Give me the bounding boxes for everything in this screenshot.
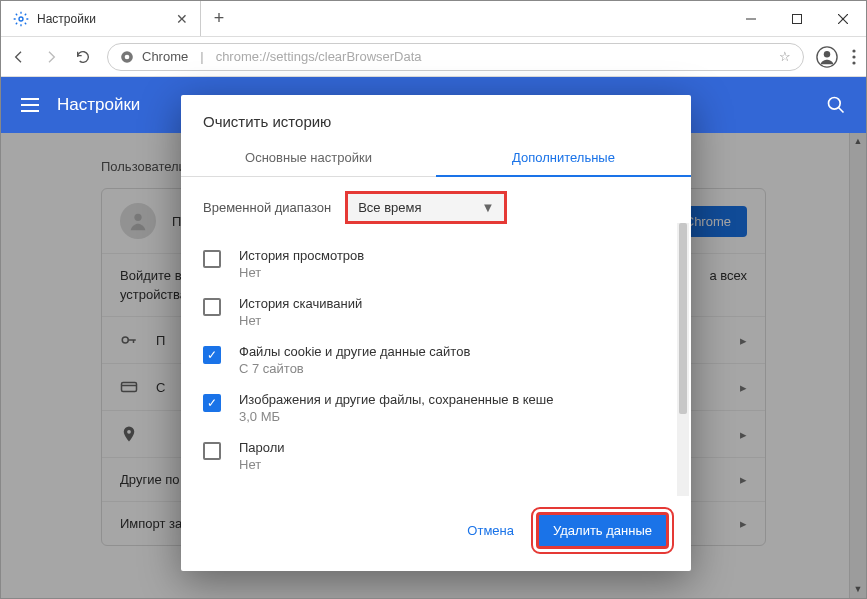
checkbox[interactable]: ✓ [203, 346, 221, 364]
menu-dots-icon[interactable] [852, 49, 856, 65]
checkbox[interactable] [203, 442, 221, 460]
browser-tab[interactable]: Настройки ✕ [1, 1, 201, 36]
close-tab-icon[interactable]: ✕ [176, 11, 188, 27]
dialog-actions: Отмена Удалить данные [181, 496, 691, 571]
url-input[interactable]: Chrome | chrome://settings/clearBrowserD… [107, 43, 804, 71]
svg-point-9 [852, 49, 855, 52]
address-bar: Chrome | chrome://settings/clearBrowserD… [1, 37, 866, 77]
profile-avatar-icon[interactable] [816, 46, 838, 68]
item-download-history[interactable]: История скачиванийНет [203, 288, 669, 336]
time-range-select[interactable]: Все время ▼ [345, 191, 507, 224]
item-browsing-history[interactable]: История просмотровНет [203, 240, 669, 288]
item-cached-images[interactable]: ✓ Изображения и другие файлы, сохраненны… [203, 384, 669, 432]
window-controls [728, 1, 866, 36]
cancel-button[interactable]: Отмена [449, 512, 532, 549]
scroll-thumb[interactable] [679, 223, 687, 414]
dropdown-arrow-icon: ▼ [482, 200, 495, 215]
chrome-logo-icon [120, 50, 134, 64]
minimize-button[interactable] [728, 1, 774, 36]
tab-basic[interactable]: Основные настройки [181, 138, 436, 177]
page-title: Настройки [57, 95, 140, 115]
time-range-value: Все время [358, 200, 421, 215]
hamburger-menu-icon[interactable] [21, 98, 39, 112]
reload-button[interactable] [75, 49, 95, 65]
new-tab-button[interactable]: + [201, 1, 237, 36]
item-cookies[interactable]: ✓ Файлы cookie и другие данные сайтовС 7… [203, 336, 669, 384]
tab-title: Настройки [37, 12, 96, 26]
checkbox[interactable] [203, 250, 221, 268]
checkbox[interactable]: ✓ [203, 394, 221, 412]
item-passwords[interactable]: ПаролиНет [203, 432, 669, 480]
clear-data-button[interactable]: Удалить данные [536, 512, 669, 549]
dialog-scrollbar[interactable] [677, 223, 689, 496]
item-autofill[interactable]: Данные для автозаполнения [203, 480, 669, 490]
svg-point-11 [852, 61, 855, 64]
dialog-tabs: Основные настройки Дополнительные [181, 138, 691, 177]
forward-button[interactable] [43, 49, 63, 65]
svg-point-6 [125, 54, 130, 59]
maximize-button[interactable] [774, 1, 820, 36]
search-icon[interactable] [826, 95, 846, 115]
checkbox[interactable] [203, 298, 221, 316]
svg-point-12 [829, 98, 841, 110]
svg-point-0 [19, 17, 23, 21]
svg-point-10 [852, 55, 855, 58]
url-host: Chrome [142, 49, 188, 64]
svg-line-13 [839, 108, 844, 113]
settings-gear-icon [13, 11, 29, 27]
svg-rect-2 [793, 14, 802, 23]
dialog-title: Очистить историю [181, 95, 691, 138]
clear-browsing-data-dialog: Очистить историю Основные настройки Допо… [181, 95, 691, 571]
tab-advanced[interactable]: Дополнительные [436, 138, 691, 177]
svg-point-8 [824, 51, 830, 57]
window-titlebar: Настройки ✕ + [1, 1, 866, 37]
url-path: chrome://settings/clearBrowserData [216, 49, 422, 64]
clear-items-list: История просмотровНет История скачиваний… [203, 240, 669, 490]
back-button[interactable] [11, 49, 31, 65]
bookmark-star-icon[interactable]: ☆ [779, 49, 791, 64]
close-window-button[interactable] [820, 1, 866, 36]
time-range-label: Временной диапазон [203, 200, 331, 215]
time-range-row: Временной диапазон Все время ▼ [203, 191, 669, 224]
